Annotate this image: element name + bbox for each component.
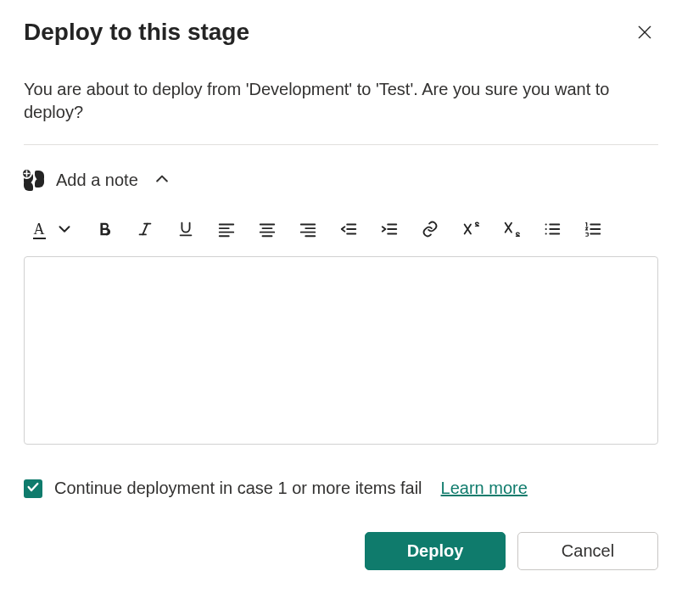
align-center-icon [258,220,277,241]
bold-icon [95,220,114,241]
chevron-up-icon [154,177,170,190]
chevron-down-icon [55,220,74,241]
superscript-button[interactable] [458,216,484,244]
close-button[interactable] [631,19,658,48]
font-color-button[interactable]: A [27,216,51,244]
font-color-icon: A [33,221,46,239]
numbered-list-icon [584,220,602,241]
align-left-button[interactable] [214,216,239,244]
italic-icon [136,220,154,241]
link-button[interactable] [417,216,443,244]
learn-more-link[interactable]: Learn more [441,479,528,498]
indent-icon [380,220,399,241]
continue-on-fail-checkbox[interactable] [24,479,42,498]
cancel-button[interactable]: Cancel [517,532,658,570]
svg-point-30 [545,232,547,234]
dialog-description: You are about to deploy from 'Developmen… [24,78,658,124]
dialog-title: Deploy to this stage [24,19,249,46]
underline-icon [176,220,195,241]
outdent-button[interactable] [336,216,361,244]
note-section-header[interactable]: Add a note [24,145,658,210]
bulleted-list-icon [543,220,562,241]
svg-point-26 [545,223,547,225]
align-right-button[interactable] [295,216,321,244]
underline-button[interactable] [173,216,198,244]
align-left-icon [217,220,236,241]
note-icon [24,171,44,191]
italic-button[interactable] [132,216,158,244]
link-icon [421,220,439,241]
numbered-list-button[interactable] [580,216,606,244]
rich-text-toolbar: A [24,210,658,256]
superscript-icon [461,220,480,241]
note-textarea[interactable] [24,256,658,445]
subscript-icon [502,220,521,241]
svg-line-6 [143,223,148,234]
note-section-label: Add a note [56,171,138,190]
bold-button[interactable] [92,216,117,244]
align-center-button[interactable] [254,216,280,244]
collapse-note-button[interactable] [150,167,174,193]
bulleted-list-button[interactable] [539,216,565,244]
align-right-icon [299,220,317,241]
continue-on-fail-label: Continue deployment in case 1 or more it… [54,479,422,498]
indent-button[interactable] [377,216,402,244]
font-color-dropdown[interactable] [53,216,76,244]
svg-point-28 [545,227,547,229]
deploy-button[interactable]: Deploy [365,532,506,570]
outdent-icon [339,220,358,241]
close-icon [636,31,653,43]
subscript-button[interactable] [499,216,524,244]
checkmark-icon [26,479,40,498]
